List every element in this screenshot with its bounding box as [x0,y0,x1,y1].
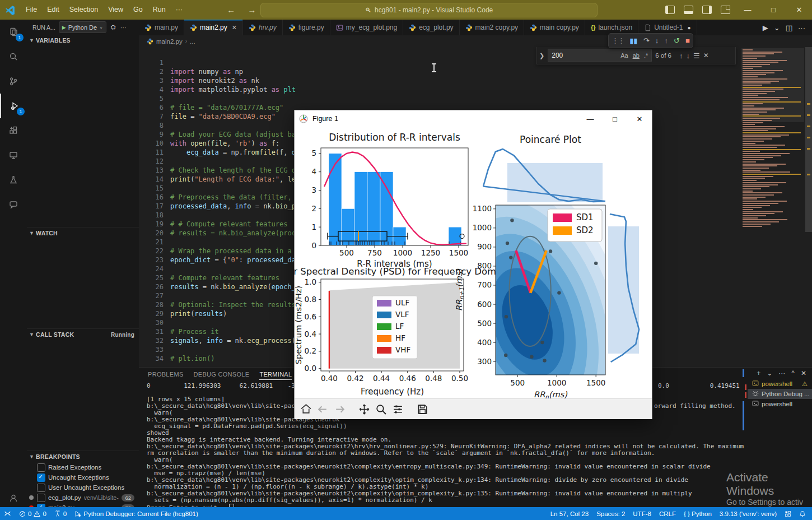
callstack-section-header[interactable]: ▼ CALL STACK Running [27,328,139,340]
tab-dirty-icon[interactable]: ● [688,25,691,31]
editor-more-actions-icon[interactable]: ··· [798,24,805,32]
gear-icon[interactable]: ⛭ [111,24,116,31]
breakpoint-checkbox[interactable] [37,463,45,472]
regex-icon[interactable]: .* [644,52,648,59]
stop-icon[interactable]: ■ [685,36,690,45]
subplots-icon[interactable] [392,403,404,415]
debug-config-picker[interactable]: ▶ Python De ⌄ [59,21,106,33]
tab-main2-py[interactable]: main2.py✕ [184,20,243,35]
pause-icon[interactable]: ▮▮ [629,36,637,45]
figure-minimize-button[interactable]: — [578,110,603,127]
tab-main-py[interactable]: main.py [139,20,184,35]
activitybar-remote-explorer[interactable] [0,143,27,168]
terminal-more-icon[interactable]: ··· [778,369,785,377]
breakpoints-section-header[interactable]: ▼ BREAKPOINTS [27,451,139,462]
breakpoint-checkbox[interactable] [37,484,45,492]
statusbar-ln[interactable]: Ln 57, Col 23 [547,507,592,520]
restart-icon[interactable]: ↺ [674,36,680,45]
breakpoint-row[interactable]: Raised Exceptions [27,462,139,472]
step-into-icon[interactable]: ↓ [655,36,659,45]
menu-[interactable]: ··· [171,0,188,20]
scrollbar-slider[interactable] [805,47,812,232]
debugger-status[interactable]: Python Debugger: Current File (hcg801) [71,507,202,520]
statusbar-utf8[interactable]: UTF-8 [629,507,655,520]
breakpoint-row[interactable]: User Uncaught Exceptions [27,482,139,493]
breakpoint-row[interactable]: Uncaught Exceptions [27,472,139,482]
problems-indicator[interactable]: 0 0 [15,507,50,520]
find-input[interactable]: 200 Aa ab .* [548,49,652,62]
editor-scrollbar[interactable] [805,47,812,367]
figure-close-button[interactable]: ✕ [627,110,652,127]
figure-canvas[interactable]: 0.400.420.440.460.480.500.00.20.40.60.81… [295,127,652,398]
activitybar-source-control[interactable] [0,69,27,94]
menu-run[interactable]: Run [148,0,171,20]
terminal-list-item[interactable]: powershell⚠ [748,379,812,389]
extensions-status-icon[interactable] [781,507,795,520]
terminal-dropdown-icon[interactable]: ⌄ [767,369,772,377]
toggle-panel-icon[interactable] [684,6,693,14]
ports-indicator[interactable]: 0 [50,507,71,520]
prev-match-icon[interactable]: ↑ [679,52,683,60]
save-icon[interactable] [417,403,428,415]
menu-file[interactable]: File [21,0,42,20]
tab-ecg-plot-py[interactable]: ecg_plot.py [403,20,459,35]
next-match-icon[interactable]: ↓ [687,52,690,60]
toggle-secondary-sidebar-icon[interactable] [702,6,712,14]
tab-close-icon[interactable]: ✕ [232,24,237,31]
tab-hrv-py[interactable]: hrv.py [243,20,283,35]
bell-icon[interactable] [795,507,810,520]
figure-maximize-button[interactable]: □ [603,110,627,127]
drag-grip-icon[interactable]: ⋮⋮ [612,36,624,45]
panel-tab-debug-console[interactable]: DEBUG CONSOLE [194,371,250,379]
step-over-icon[interactable]: ↷ [643,36,650,45]
zoom-icon[interactable] [375,403,387,415]
statusbar-[interactable]: { } Python [680,507,716,520]
back-arrow-icon[interactable]: ← [227,5,235,15]
terminal-list-item[interactable]: powershell [748,399,812,409]
new-terminal-icon[interactable]: + [757,369,760,377]
back-icon[interactable] [317,403,329,415]
forward-arrow-icon[interactable]: → [248,5,256,15]
run-python-file-icon[interactable]: ▶ [763,24,768,32]
breakpoint-checkbox[interactable] [37,494,45,502]
activitybar-explorer[interactable]: 1 [0,20,27,44]
forward-icon[interactable] [334,403,346,415]
statusbar-3913[interactable]: 3.9.13 ('venv': venv) [716,507,781,520]
panel-tab-problems[interactable]: PROBLEMS [148,371,184,379]
variables-section-header[interactable]: ▼ VARIABLES [27,35,139,46]
watch-section-header[interactable]: ▼ WATCH [27,227,139,239]
tab-my-ecg-plot-png[interactable]: my_ecg_plot.png [330,20,403,35]
step-out-icon[interactable]: ↑ [664,36,668,45]
tab-figure-py[interactable]: figure.py [283,20,330,35]
find-expand-icon[interactable]: ❯ [539,52,544,59]
activitybar-extensions[interactable] [0,118,27,143]
find-in-selection-icon[interactable]: ☰ [693,52,700,60]
breakpoint-row[interactable]: ecg_plot.pyvenv\Lib\site-p...62 [27,493,139,503]
whole-word-icon[interactable]: ab [633,52,640,59]
minimize-button[interactable]: — [735,0,760,20]
figure-title-bar[interactable]: Figure 1 — □ ✕ [295,110,652,127]
close-button[interactable]: ✕ [786,0,812,20]
pan-icon[interactable] [358,403,370,415]
activitybar-search[interactable] [0,44,27,69]
activitybar-run-debug[interactable]: 1 [0,94,28,118]
maximize-panel-icon[interactable]: ^ [791,369,795,377]
activitybar-testing[interactable] [0,168,27,192]
tab-main-copy-py[interactable]: main copy.py [524,20,585,35]
close-panel-icon[interactable]: ✕ [801,369,806,377]
menu-go[interactable]: Go [128,0,148,20]
close-find-icon[interactable]: ✕ [703,52,709,59]
statusbar-spaces[interactable]: Spaces: 2 [592,507,629,520]
remote-indicator[interactable] [0,507,15,520]
match-case-icon[interactable]: Aa [620,52,628,59]
toggle-sidebar-icon[interactable] [665,6,675,14]
customize-layout-icon[interactable] [721,6,730,14]
menu-view[interactable]: View [103,0,128,20]
activitybar-chat[interactable] [0,192,27,217]
breadcrumb[interactable]: main2.py › ... [139,35,812,47]
home-icon[interactable] [300,403,312,415]
maximize-button[interactable]: □ [760,0,786,20]
statusbar-crlf[interactable]: CRLF [655,507,680,520]
run-dropdown-icon[interactable]: ⌄ [774,24,780,32]
menu-selection[interactable]: Selection [64,0,103,20]
